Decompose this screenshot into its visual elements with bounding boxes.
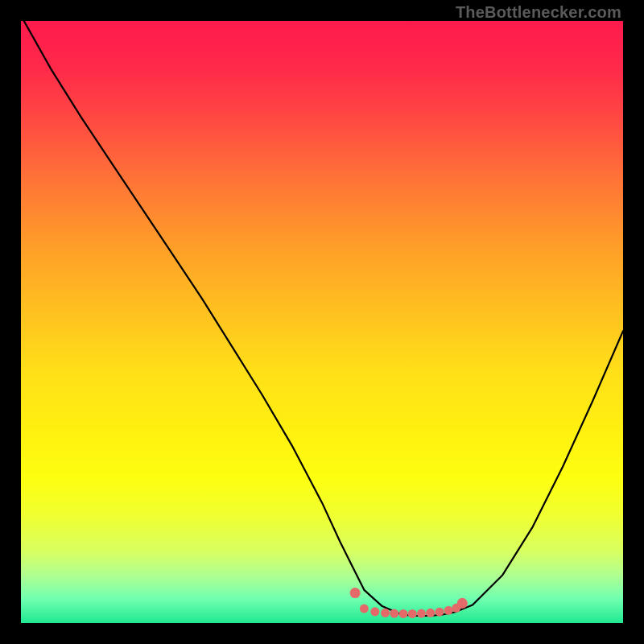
marker-dot (360, 605, 369, 613)
plot-area (21, 21, 623, 623)
marker-dot (417, 609, 426, 618)
marker-dot (444, 606, 453, 615)
marker-dot (381, 609, 390, 617)
marker-dot (350, 588, 361, 598)
marker-dot (408, 609, 417, 618)
bottleneck-curve (24, 21, 623, 616)
marker-dot (390, 609, 398, 618)
chart-overlay (21, 21, 623, 623)
attribution-text: TheBottlenecker.com (456, 3, 621, 22)
chart-container: TheBottlenecker.com (0, 0, 644, 644)
marker-dot (457, 598, 468, 609)
marker-dot (435, 608, 444, 617)
marker-dot (426, 609, 435, 617)
marker-dot (370, 607, 379, 616)
marker-dot (398, 609, 407, 618)
